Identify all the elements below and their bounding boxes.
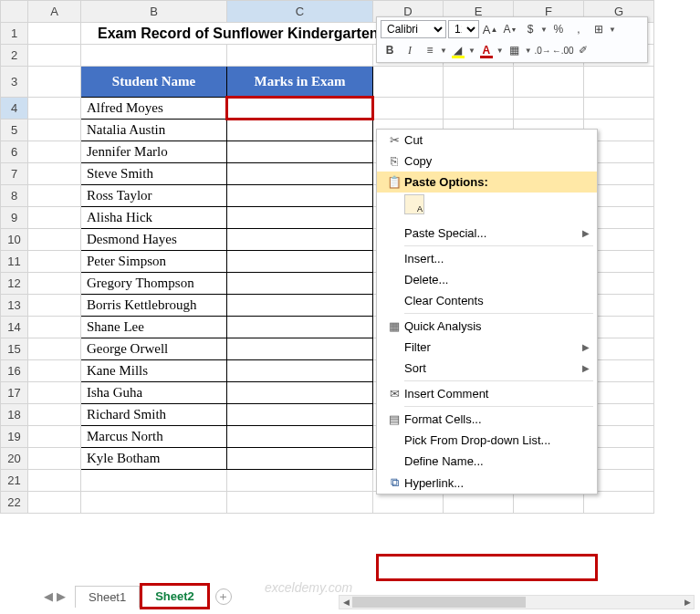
row-header-10[interactable]: 10: [1, 229, 28, 251]
bold-button[interactable]: B: [381, 41, 399, 59]
row-header-7[interactable]: 7: [1, 163, 28, 185]
cell-C4-selected[interactable]: [227, 98, 373, 120]
row-header-2[interactable]: 2: [1, 45, 28, 67]
painter-icon: ✐: [579, 44, 588, 57]
comma-button[interactable]: ,: [569, 20, 588, 38]
add-sheet-button[interactable]: ＋: [215, 588, 232, 605]
tab-nav[interactable]: ◀▶: [44, 589, 75, 603]
cell-B19[interactable]: Marcus North: [81, 426, 227, 448]
grow-font-button[interactable]: A▲: [481, 20, 499, 38]
merge-button[interactable]: ⊞▼: [590, 20, 616, 38]
decrease-decimal-button[interactable]: ←.00: [554, 41, 572, 59]
mini-toolbar: Calibri 11 A▲ A▼ $▼ % , ⊞▼ B I ≡▼ ◢▼ A▼ …: [376, 16, 648, 63]
shrink-font-button[interactable]: A▼: [501, 20, 519, 38]
row-header-16[interactable]: 16: [1, 360, 28, 382]
row-header-3[interactable]: 3: [1, 67, 28, 98]
menu-copy[interactable]: ⎘Copy: [377, 151, 597, 172]
row-header-1[interactable]: 1: [1, 23, 28, 45]
format-painter-button[interactable]: ✐: [574, 41, 592, 59]
fill-color-button[interactable]: ◢▼: [449, 41, 475, 59]
tab-prev-icon[interactable]: ◀: [44, 589, 53, 603]
table-header-marks[interactable]: Marks in Exam: [227, 67, 373, 98]
menu-hyperlink[interactable]: ⧉Hyperlink...: [377, 472, 597, 494]
comment-icon: ✉: [384, 387, 404, 401]
row-header-4[interactable]: 4: [1, 98, 28, 120]
menu-paste-options[interactable]: 📋Paste Options:: [377, 172, 597, 193]
row-header-18[interactable]: 18: [1, 404, 28, 426]
scroll-right-button[interactable]: ▶: [681, 596, 694, 609]
menu-clear-contents[interactable]: Clear Contents: [377, 290, 597, 311]
horizontal-scrollbar[interactable]: ◀ ▶: [339, 595, 695, 609]
row-header-21[interactable]: 21: [1, 470, 28, 492]
cell-B18[interactable]: Richard Smith: [81, 404, 227, 426]
font-size-select[interactable]: 11: [448, 20, 479, 38]
row-header-17[interactable]: 17: [1, 382, 28, 404]
cell-B15[interactable]: George Orwell: [81, 338, 227, 360]
hyperlink-highlight: [376, 554, 598, 581]
row-header-9[interactable]: 9: [1, 207, 28, 229]
cell-B10[interactable]: Desmond Hayes: [81, 229, 227, 251]
menu-sort[interactable]: Sort▶: [377, 358, 597, 379]
menu-delete[interactable]: Delete...: [377, 269, 597, 290]
tab-next-icon[interactable]: ▶: [57, 589, 66, 603]
cell-B5[interactable]: Natalia Austin: [81, 120, 227, 141]
cell-B16[interactable]: Kane Mills: [81, 360, 227, 382]
cell-B7[interactable]: Steve Smith: [81, 163, 227, 185]
chevron-right-icon: ▶: [582, 363, 590, 373]
cell-A1[interactable]: [28, 23, 81, 45]
cell-B6[interactable]: Jennifer Marlo: [81, 141, 227, 163]
menu-insert-comment[interactable]: ✉Insert Comment: [377, 383, 597, 404]
font-color-button[interactable]: A▼: [477, 41, 504, 59]
scroll-thumb[interactable]: [352, 597, 526, 608]
row-header-5[interactable]: 5: [1, 120, 28, 141]
watermark: exceldemy.com: [265, 580, 352, 595]
cell-B4[interactable]: Alfred Moyes: [81, 98, 227, 120]
col-header-C[interactable]: C: [227, 1, 373, 23]
cell-B12[interactable]: Gregory Thompson: [81, 273, 227, 295]
menu-define-name[interactable]: Define Name...: [377, 451, 597, 472]
row-header-13[interactable]: 13: [1, 295, 28, 317]
percent-button[interactable]: %: [549, 20, 568, 38]
row-header-6[interactable]: 6: [1, 141, 28, 163]
paste-default-icon[interactable]: A: [404, 194, 424, 214]
cell-B17[interactable]: Isha Guha: [81, 382, 227, 404]
menu-paste-special[interactable]: Paste Special...▶: [377, 223, 597, 244]
col-header-A[interactable]: A: [28, 1, 81, 23]
row-header-8[interactable]: 8: [1, 185, 28, 207]
borders-button[interactable]: ▦▼: [506, 41, 532, 59]
sheet-tab-2[interactable]: Sheet2: [140, 583, 210, 609]
menu-pick-from-list[interactable]: Pick From Drop-down List...: [377, 430, 597, 451]
cell-B20[interactable]: Kyle Botham: [81, 448, 227, 470]
row-header-14[interactable]: 14: [1, 317, 28, 338]
cell-B13[interactable]: Borris Kettlebrough: [81, 295, 227, 317]
row-header-22[interactable]: 22: [1, 492, 28, 514]
select-all-corner[interactable]: [1, 1, 28, 23]
cell-B9[interactable]: Alisha Hick: [81, 207, 227, 229]
cell-B11[interactable]: Peter Simpson: [81, 251, 227, 273]
clipboard-icon: 📋: [384, 175, 404, 189]
cell-B14[interactable]: Shane Lee: [81, 317, 227, 338]
italic-button[interactable]: I: [401, 41, 419, 59]
increase-decimal-button[interactable]: .0→: [534, 41, 552, 59]
sheet-tab-1[interactable]: Sheet1: [75, 586, 140, 608]
menu-insert[interactable]: Insert...: [377, 248, 597, 269]
align-button[interactable]: ≡▼: [421, 41, 447, 59]
table-header-student[interactable]: Student Name: [81, 67, 227, 98]
row-header-11[interactable]: 11: [1, 251, 28, 273]
bucket-icon: ◢: [454, 44, 462, 57]
chevron-right-icon: ▶: [582, 342, 590, 352]
col-header-B[interactable]: B: [81, 1, 227, 23]
row-header-19[interactable]: 19: [1, 426, 28, 448]
cell-B8[interactable]: Ross Taylor: [81, 185, 227, 207]
row-header-12[interactable]: 12: [1, 273, 28, 295]
menu-quick-analysis[interactable]: ▦Quick Analysis: [377, 316, 597, 337]
row-header-20[interactable]: 20: [1, 448, 28, 470]
currency-button[interactable]: $▼: [521, 20, 548, 38]
scroll-left-button[interactable]: ◀: [340, 596, 352, 609]
menu-cut[interactable]: ✂Cut: [377, 130, 597, 151]
menu-filter[interactable]: Filter▶: [377, 337, 597, 358]
row-header-15[interactable]: 15: [1, 338, 28, 360]
font-name-select[interactable]: Calibri: [381, 20, 446, 38]
scissors-icon: ✂: [384, 133, 404, 147]
menu-format-cells[interactable]: ▤Format Cells...: [377, 409, 597, 430]
